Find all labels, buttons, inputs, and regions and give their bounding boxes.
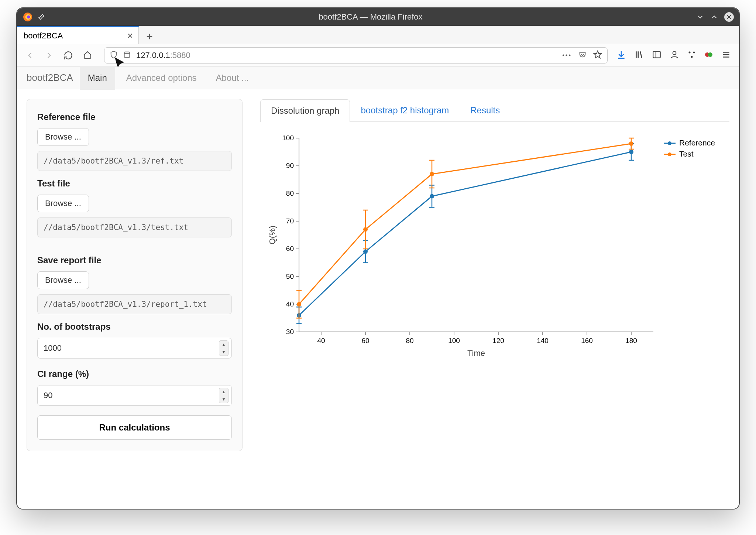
svg-point-75 bbox=[629, 150, 633, 154]
chevron-down-icon[interactable] bbox=[696, 13, 704, 21]
sidebar-panel: Reference file Browse ... //data5/bootf2… bbox=[27, 99, 243, 451]
ci-input[interactable]: 90 ▲▼ bbox=[37, 385, 232, 406]
svg-point-17 bbox=[693, 51, 695, 53]
tab-close-icon[interactable]: ✕ bbox=[127, 31, 133, 40]
forward-button[interactable] bbox=[41, 48, 57, 63]
page-info-icon[interactable] bbox=[123, 51, 131, 60]
svg-text:120: 120 bbox=[492, 337, 504, 344]
svg-marker-7 bbox=[594, 51, 601, 58]
svg-point-18 bbox=[691, 56, 693, 58]
bookmark-star-icon[interactable] bbox=[593, 50, 602, 61]
svg-point-20 bbox=[708, 52, 712, 57]
svg-text:40: 40 bbox=[317, 337, 325, 344]
test-file-label: Test file bbox=[37, 178, 232, 189]
svg-text:100: 100 bbox=[282, 134, 294, 142]
svg-point-2 bbox=[27, 16, 30, 19]
app-content: bootf2BCA Main Advanced options About ..… bbox=[17, 66, 739, 509]
pin-icon[interactable] bbox=[38, 13, 45, 21]
ref-file-label: Reference file bbox=[37, 112, 232, 122]
nboot-input[interactable]: 1000 ▲▼ bbox=[37, 338, 232, 359]
ext2-icon[interactable] bbox=[704, 50, 713, 61]
svg-rect-5 bbox=[124, 52, 130, 57]
svg-point-16 bbox=[689, 51, 691, 53]
svg-text:30: 30 bbox=[286, 328, 294, 336]
svg-point-93 bbox=[668, 141, 671, 145]
browser-tab[interactable]: bootf2BCA ✕ bbox=[17, 26, 139, 44]
ext1-icon[interactable] bbox=[687, 50, 696, 61]
svg-text:Test: Test bbox=[679, 150, 694, 158]
svg-text:60: 60 bbox=[361, 337, 369, 344]
svg-point-87 bbox=[430, 172, 434, 176]
svg-text:90: 90 bbox=[286, 162, 294, 169]
svg-text:100: 100 bbox=[448, 337, 460, 344]
svg-rect-13 bbox=[653, 51, 660, 58]
svg-text:50: 50 bbox=[286, 272, 294, 280]
chart-tabs: Dissolution graph bootstrap f2 histogram… bbox=[260, 99, 729, 122]
nboot-spinner[interactable]: ▲▼ bbox=[219, 340, 228, 356]
tab-title: bootf2BCA bbox=[24, 31, 63, 41]
tab-histogram[interactable]: bootstrap f2 histogram bbox=[350, 99, 460, 121]
nav-advanced[interactable]: Advanced options bbox=[118, 66, 205, 90]
window-close-button[interactable] bbox=[724, 12, 734, 22]
svg-point-96 bbox=[668, 152, 671, 156]
svg-text:Reference: Reference bbox=[679, 138, 715, 147]
save-path-input[interactable]: //data5/bootf2BCA_v1.3/report_1.txt bbox=[37, 294, 232, 314]
nav-about[interactable]: About ... bbox=[208, 66, 257, 90]
window-titlebar: bootf2BCA — Mozilla Firefox bbox=[17, 8, 739, 26]
tab-results[interactable]: Results bbox=[460, 99, 511, 121]
url-text: 127.0.0.1:5880 bbox=[136, 51, 557, 60]
svg-text:180: 180 bbox=[625, 337, 637, 344]
ci-value: 90 bbox=[44, 391, 52, 400]
sidebar-icon[interactable] bbox=[652, 50, 662, 61]
home-button[interactable] bbox=[80, 48, 95, 63]
svg-text:70: 70 bbox=[286, 217, 294, 225]
ci-label: CI range (%) bbox=[37, 369, 232, 379]
nboot-value: 1000 bbox=[44, 343, 62, 353]
window-title: bootf2BCA — Mozilla Firefox bbox=[45, 12, 696, 22]
svg-point-83 bbox=[363, 227, 368, 232]
svg-text:Time: Time bbox=[467, 349, 485, 358]
shield-icon[interactable] bbox=[110, 51, 118, 60]
test-path-input[interactable]: //data5/bootf2BCA_v1.3/test.txt bbox=[37, 217, 232, 237]
browser-navbar: 127.0.0.1:5880 ••• bbox=[17, 44, 739, 66]
svg-point-67 bbox=[363, 250, 368, 254]
run-button[interactable]: Run calculations bbox=[37, 415, 232, 440]
ref-browse-button[interactable]: Browse ... bbox=[37, 128, 89, 146]
svg-text:140: 140 bbox=[537, 337, 549, 344]
svg-text:80: 80 bbox=[406, 337, 413, 344]
svg-point-79 bbox=[297, 302, 301, 306]
save-browse-button[interactable]: Browse ... bbox=[37, 271, 89, 289]
nboot-label: No. of bootstraps bbox=[37, 322, 232, 332]
test-browse-button[interactable]: Browse ... bbox=[37, 195, 89, 212]
svg-text:80: 80 bbox=[286, 189, 294, 197]
nav-main[interactable]: Main bbox=[80, 66, 115, 90]
pocket-icon[interactable] bbox=[578, 51, 587, 60]
url-bar[interactable]: 127.0.0.1:5880 ••• bbox=[104, 47, 608, 64]
svg-text:40: 40 bbox=[286, 300, 294, 308]
ref-path-input[interactable]: //data5/bootf2BCA_v1.3/ref.txt bbox=[37, 151, 232, 171]
library-icon[interactable] bbox=[634, 50, 644, 61]
svg-point-71 bbox=[430, 194, 434, 199]
svg-point-91 bbox=[629, 141, 633, 146]
more-icon[interactable]: ••• bbox=[562, 52, 572, 59]
svg-text:Q(%): Q(%) bbox=[268, 226, 277, 244]
new-tab-button[interactable]: ＋ bbox=[141, 28, 158, 44]
ci-spinner[interactable]: ▲▼ bbox=[219, 388, 228, 403]
browser-tabstrip: bootf2BCA ✕ ＋ bbox=[17, 26, 739, 44]
app-menu-button[interactable] bbox=[721, 50, 731, 61]
svg-text:160: 160 bbox=[581, 337, 593, 344]
downloads-icon[interactable] bbox=[616, 50, 626, 61]
dissolution-chart: 30405060708090100406080100120140160180Ti… bbox=[264, 131, 725, 360]
app-navbar: bootf2BCA Main Advanced options About ..… bbox=[17, 66, 739, 89]
chart-area: Dissolution graph bootstrap f2 histogram… bbox=[260, 99, 729, 451]
svg-text:60: 60 bbox=[286, 245, 294, 253]
tab-dissolution[interactable]: Dissolution graph bbox=[260, 99, 350, 122]
back-button[interactable] bbox=[22, 48, 38, 63]
account-icon[interactable] bbox=[670, 50, 679, 61]
save-file-label: Save report file bbox=[37, 255, 232, 265]
app-brand: bootf2BCA bbox=[23, 72, 77, 83]
firefox-icon bbox=[23, 12, 32, 22]
svg-point-15 bbox=[673, 51, 676, 55]
reload-button[interactable] bbox=[61, 48, 76, 63]
chevron-up-icon[interactable] bbox=[710, 13, 718, 21]
